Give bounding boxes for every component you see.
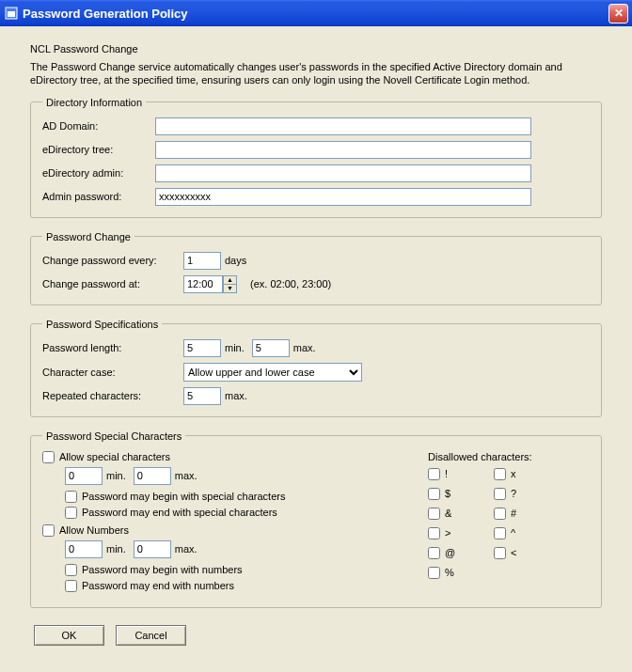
password-special-characters-group: Password Special Characters Allow specia…	[30, 430, 602, 608]
spec-legend: Password Specifications	[42, 319, 162, 330]
allow-numbers-label: Allow Numbers	[59, 524, 129, 536]
password-specifications-group: Password Specifications Password length:…	[30, 319, 602, 417]
change-at-hint: (ex. 02:00, 23:00)	[250, 278, 331, 289]
disallow-x-checkbox[interactable]	[494, 468, 506, 480]
app-icon	[4, 6, 19, 21]
numbers-min-input[interactable]	[65, 540, 103, 558]
special-max-label: max.	[175, 470, 198, 481]
length-max-input[interactable]	[252, 339, 290, 357]
disallow-hash-checkbox[interactable]	[494, 508, 506, 520]
disallow-amp-checkbox[interactable]	[428, 508, 440, 520]
password-change-group: Password Change Change password every: d…	[30, 231, 602, 305]
special-min-label: min.	[106, 470, 126, 481]
disallow-char: ?	[511, 488, 516, 499]
special-begin-label: Password may begin with special characte…	[82, 491, 285, 502]
special-begin-checkbox[interactable]	[65, 491, 77, 503]
disallow-char: @	[445, 547, 455, 558]
directory-information-group: Directory Information AD Domain: eDirect…	[30, 97, 602, 218]
ad-domain-label: AD Domain:	[42, 120, 155, 132]
case-label: Character case:	[42, 367, 183, 378]
disallowed-label: Disallowed characters:	[428, 451, 590, 462]
disallow-percent-checkbox[interactable]	[428, 567, 440, 579]
disallow-char: >	[445, 527, 450, 539]
disallow-char: $	[445, 488, 450, 499]
disallow-char: x	[511, 468, 516, 479]
cancel-button[interactable]: Cancel	[116, 625, 186, 646]
admin-password-label: Admin password:	[42, 191, 155, 202]
numbers-begin-checkbox[interactable]	[65, 564, 77, 576]
disallow-at-checkbox[interactable]	[428, 547, 440, 559]
repeat-input[interactable]	[183, 387, 221, 405]
spinner-down-icon[interactable]: ▼	[224, 285, 236, 292]
disallow-char: #	[511, 508, 516, 519]
disallow-char: !	[445, 468, 448, 479]
ok-button[interactable]: OK	[34, 625, 104, 646]
special-max-input[interactable]	[134, 467, 171, 485]
ad-domain-input[interactable]	[155, 117, 531, 135]
special-end-label: Password may end with special characters	[82, 507, 277, 518]
numbers-end-label: Password may end with numbers	[82, 580, 234, 591]
special-legend: Password Special Characters	[42, 430, 185, 442]
directory-legend: Directory Information	[42, 97, 146, 108]
change-at-input[interactable]	[183, 275, 223, 293]
disallow-excl-checkbox[interactable]	[428, 468, 440, 480]
allow-special-checkbox[interactable]	[42, 451, 55, 463]
repeat-max-label: max.	[225, 390, 247, 401]
length-label: Password length:	[42, 342, 183, 353]
edirectory-tree-input[interactable]	[155, 141, 531, 159]
change-every-unit: days	[225, 255, 246, 266]
special-min-input[interactable]	[65, 467, 103, 485]
edirectory-admin-label: eDirectory admin:	[42, 167, 155, 179]
numbers-end-checkbox[interactable]	[65, 580, 77, 592]
disallow-dollar-checkbox[interactable]	[428, 488, 440, 500]
change-every-label: Change password every:	[42, 255, 183, 266]
change-at-label: Change password at:	[42, 278, 183, 289]
admin-password-input[interactable]	[155, 188, 531, 206]
spinner-up-icon[interactable]: ▲	[224, 276, 236, 285]
page-heading: NCL Password Change	[30, 43, 602, 55]
allow-numbers-checkbox[interactable]	[42, 524, 55, 537]
numbers-max-input[interactable]	[134, 540, 171, 558]
length-min-label: min.	[225, 342, 245, 353]
dialog-content: NCL Password Change The Password Change …	[0, 26, 632, 661]
close-icon: ✕	[614, 7, 624, 20]
numbers-max-label: max.	[175, 543, 198, 555]
disallow-gt-checkbox[interactable]	[428, 527, 440, 539]
time-spinner[interactable]: ▲ ▼	[223, 275, 237, 293]
length-min-input[interactable]	[183, 339, 221, 357]
window-title: Password Generation Policy	[23, 7, 608, 21]
change-every-input[interactable]	[183, 252, 221, 270]
numbers-begin-label: Password may begin with numbers	[82, 564, 243, 575]
allow-special-label: Allow special characters	[59, 451, 170, 462]
case-select[interactable]: Allow upper and lower case	[183, 363, 362, 382]
disallow-char: ^	[511, 527, 515, 539]
svg-rect-1	[8, 11, 15, 17]
special-end-checkbox[interactable]	[65, 507, 77, 519]
disallowed-grid: ! x $ ? & # > ^ @ < %	[428, 468, 590, 583]
titlebar: Password Generation Policy ✕	[0, 0, 632, 26]
disallow-char: <	[511, 547, 516, 558]
disallow-char: %	[445, 567, 454, 578]
description-text: The Password Change service automaticall…	[30, 60, 602, 87]
change-legend: Password Change	[42, 231, 134, 242]
numbers-min-label: min.	[106, 543, 126, 555]
length-max-label: max.	[293, 342, 316, 353]
disallow-lt-checkbox[interactable]	[494, 547, 506, 559]
repeat-label: Repeated characters:	[42, 390, 183, 401]
close-button[interactable]: ✕	[608, 4, 628, 23]
disallow-caret-checkbox[interactable]	[494, 527, 506, 539]
disallow-question-checkbox[interactable]	[494, 488, 506, 500]
edirectory-admin-input[interactable]	[155, 164, 531, 182]
edirectory-tree-label: eDirectory tree:	[42, 144, 155, 155]
disallow-char: &	[445, 508, 451, 519]
